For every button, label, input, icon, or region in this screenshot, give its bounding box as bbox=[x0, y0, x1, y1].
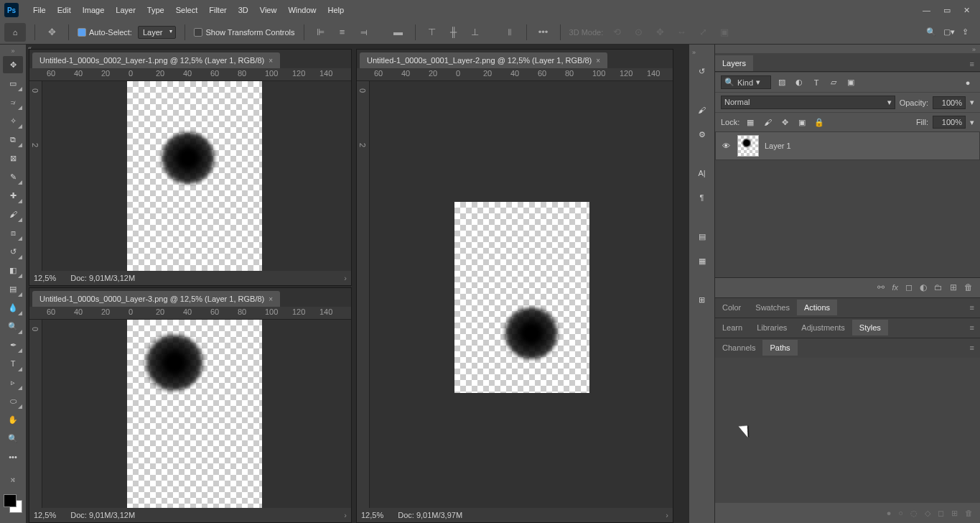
filter-toggle-icon[interactable]: ● bbox=[961, 76, 974, 89]
menu-file[interactable]: File bbox=[27, 3, 52, 17]
doc2-tab[interactable]: Untitled-1_0000s_0001_Layer-2.png @ 12,5… bbox=[360, 52, 607, 68]
auto-select-checkbox[interactable] bbox=[78, 28, 86, 37]
doc3-info[interactable]: Doc: 9,01M/3,12M bbox=[70, 511, 135, 519]
foreground-color[interactable] bbox=[4, 494, 17, 507]
brush-settings-icon[interactable]: ⚙ bbox=[693, 125, 711, 144]
minimize-icon[interactable]: — bbox=[923, 6, 930, 15]
panel-dock-expand-icon[interactable]: » bbox=[972, 46, 976, 53]
doc2-info-caret-icon[interactable]: › bbox=[666, 511, 668, 519]
doc1-ruler-h[interactable]: 604020020406080100120140 bbox=[29, 68, 351, 81]
character-panel-icon[interactable]: A| bbox=[693, 164, 711, 182]
auto-select-dropdown[interactable]: Layer bbox=[138, 26, 177, 39]
menu-view[interactable]: View bbox=[254, 3, 283, 17]
3d-slide-icon[interactable]: ↔ bbox=[673, 24, 689, 40]
fill-dropdown-icon[interactable]: ▾ bbox=[970, 118, 974, 127]
blur-tool[interactable]: 💧 bbox=[3, 299, 23, 316]
layers-panel-menu-icon[interactable]: ≡ bbox=[964, 57, 980, 71]
doc3-close-icon[interactable]: × bbox=[269, 295, 273, 303]
pen-tool[interactable]: ✒ bbox=[3, 336, 23, 353]
align-bottom-icon[interactable]: ⊥ bbox=[467, 24, 483, 40]
path-mask-icon[interactable]: ◻ bbox=[938, 509, 944, 518]
maximize-icon[interactable]: ▭ bbox=[943, 6, 951, 15]
doc1-close-icon[interactable]: × bbox=[269, 57, 273, 65]
layer-list[interactable]: 👁 Layer 1 bbox=[715, 131, 980, 277]
doc2-ruler-h[interactable]: 604020020406080100120140 bbox=[357, 68, 673, 81]
blend-mode-select[interactable]: Normal ▾ bbox=[721, 96, 895, 109]
paragraph-panel-icon[interactable]: ¶ bbox=[693, 188, 711, 207]
layer-thumbnail[interactable] bbox=[737, 135, 759, 157]
layer-mask-icon[interactable]: ◻ bbox=[905, 282, 913, 292]
opacity-dropdown-icon[interactable]: ▾ bbox=[970, 98, 974, 107]
color-swatch[interactable] bbox=[4, 494, 22, 513]
frame-tool[interactable]: ⊠ bbox=[3, 149, 23, 167]
menu-type[interactable]: Type bbox=[141, 3, 170, 17]
doc3-zoom[interactable]: 12,5% bbox=[34, 511, 56, 519]
menu-edit[interactable]: Edit bbox=[52, 3, 77, 17]
doc2-canvas[interactable] bbox=[370, 81, 673, 508]
lock-artboard-icon[interactable]: ▣ bbox=[795, 116, 808, 129]
opacity-input[interactable]: 100% bbox=[933, 96, 966, 109]
fill-input[interactable]: 100% bbox=[933, 116, 966, 129]
3d-roll-icon[interactable]: ⊙ bbox=[630, 24, 646, 40]
layer-group-icon[interactable]: 🗀 bbox=[934, 282, 943, 292]
menu-3d[interactable]: 3D bbox=[233, 3, 254, 17]
dodge-tool[interactable]: 🔍 bbox=[3, 318, 23, 335]
toolbox-expand-icon[interactable]: » bbox=[11, 47, 14, 55]
doc2-info[interactable]: Doc: 9,01M/3,97M bbox=[398, 511, 462, 519]
layers-tab[interactable]: Layers bbox=[715, 55, 753, 71]
doc1-zoom[interactable]: 12,5% bbox=[34, 274, 56, 282]
lock-all-icon[interactable]: 🔒 bbox=[813, 116, 826, 129]
layer-fx-icon[interactable]: fx bbox=[892, 282, 898, 292]
eyedropper-tool[interactable]: ✎ bbox=[3, 168, 23, 185]
3d-pan-icon[interactable]: ✥ bbox=[652, 24, 668, 40]
lock-image-icon[interactable]: 🖌 bbox=[761, 116, 774, 129]
doc1-info[interactable]: Doc: 9,01M/3,12M bbox=[70, 274, 135, 282]
layer-row[interactable]: 👁 Layer 1 bbox=[715, 131, 980, 160]
show-transform-checkbox[interactable] bbox=[194, 28, 202, 37]
adjustment-layer-icon[interactable]: ◐ bbox=[920, 282, 927, 292]
new-path-icon[interactable]: ⊞ bbox=[951, 509, 958, 518]
3d-orbit-icon[interactable]: ⟲ bbox=[609, 24, 625, 40]
doc3-info-caret-icon[interactable]: › bbox=[344, 511, 347, 519]
paths-panel-body[interactable] bbox=[715, 358, 980, 504]
align-center-h-icon[interactable]: ≡ bbox=[335, 24, 350, 40]
channels-tab[interactable]: Channels bbox=[715, 340, 762, 356]
delete-path-icon[interactable]: 🗑 bbox=[965, 509, 973, 517]
lock-transparency-icon[interactable]: ▦ bbox=[744, 116, 757, 129]
doc3-ruler-h[interactable]: 604020020406080100120140 bbox=[29, 307, 351, 320]
healing-tool[interactable]: ✚ bbox=[3, 187, 23, 204]
adjustments-tab[interactable]: Adjustments bbox=[794, 320, 852, 335]
lock-position-icon[interactable]: ✥ bbox=[778, 116, 791, 129]
share-icon[interactable]: ⇪ bbox=[962, 27, 969, 37]
stroke-path-icon[interactable]: ○ bbox=[898, 509, 903, 517]
filter-type-icon[interactable]: T bbox=[810, 76, 823, 89]
styles-tab[interactable]: Styles bbox=[852, 320, 888, 335]
shape-tool[interactable]: ⬭ bbox=[3, 392, 23, 409]
home-button[interactable]: ⌂ bbox=[4, 23, 26, 42]
3d-scale-icon[interactable]: ⤢ bbox=[695, 24, 711, 40]
layer-visibility-icon[interactable]: 👁 bbox=[720, 142, 732, 150]
gradient-tool[interactable]: ▤ bbox=[3, 280, 23, 297]
doc1-ruler-v[interactable]: 02 bbox=[29, 81, 42, 271]
fill-path-icon[interactable]: ● bbox=[887, 509, 892, 517]
search-icon[interactable]: 🔍 bbox=[926, 27, 936, 37]
menu-filter[interactable]: Filter bbox=[203, 3, 232, 17]
close-icon[interactable]: ✕ bbox=[963, 6, 970, 15]
doc1-info-caret-icon[interactable]: › bbox=[344, 274, 347, 282]
group2-menu-icon[interactable]: ≡ bbox=[964, 320, 980, 335]
delete-layer-icon[interactable]: 🗑 bbox=[964, 282, 973, 292]
menu-select[interactable]: Select bbox=[170, 3, 204, 17]
path-to-selection-icon[interactable]: ◌ bbox=[910, 509, 918, 518]
menu-layer[interactable]: Layer bbox=[110, 3, 141, 17]
group1-menu-icon[interactable]: ≡ bbox=[964, 300, 980, 315]
doc3-canvas[interactable] bbox=[42, 320, 351, 508]
path-select-tool[interactable]: ▹ bbox=[3, 374, 23, 391]
menu-window[interactable]: Window bbox=[282, 3, 322, 17]
doc2-zoom[interactable]: 12,5% bbox=[361, 511, 383, 519]
doc3-tab[interactable]: Untitled-1_0000s_0000_Layer-3.png @ 12,5… bbox=[32, 291, 280, 307]
selection-to-path-icon[interactable]: ◇ bbox=[925, 509, 930, 518]
crop-tool[interactable]: ⧉ bbox=[3, 131, 23, 148]
history-panel-icon[interactable]: ↺ bbox=[693, 62, 711, 80]
paths-tab[interactable]: Paths bbox=[762, 340, 797, 356]
swatches-tab[interactable]: Swatches bbox=[748, 300, 797, 315]
